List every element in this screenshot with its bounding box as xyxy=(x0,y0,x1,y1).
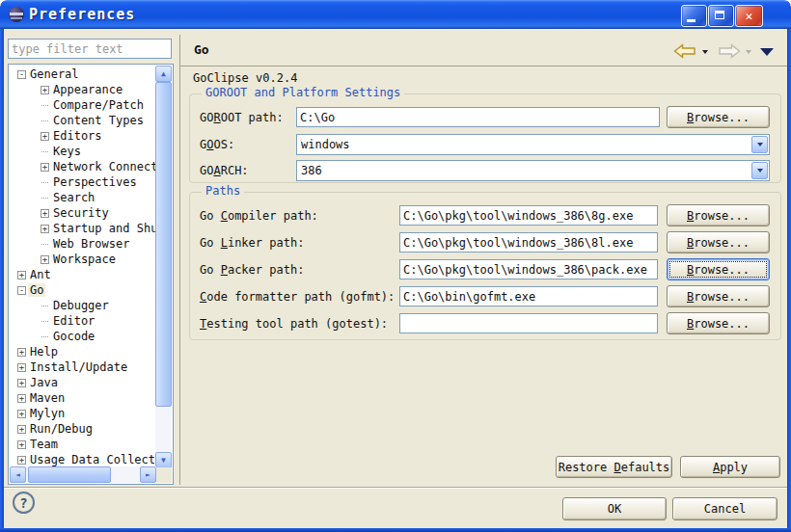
scroll-right-button[interactable]: ► xyxy=(140,466,156,483)
window-border-bottom xyxy=(0,528,791,532)
scroll-up-button[interactable]: ▲ xyxy=(155,66,172,82)
tree-item[interactable]: Gocode xyxy=(10,329,156,344)
goroot-path-input[interactable] xyxy=(296,107,660,127)
tree-item[interactable]: +Workspace xyxy=(10,252,156,267)
tree-item[interactable]: -Go xyxy=(10,282,156,298)
tree-item[interactable]: Content Types xyxy=(10,113,156,128)
path-browse-button[interactable]: Browse... xyxy=(667,285,770,307)
collapse-icon[interactable]: - xyxy=(17,70,26,79)
path-field-input[interactable] xyxy=(399,286,658,306)
tree-item-label: Web Browser xyxy=(51,237,131,251)
tree-item[interactable]: Editor xyxy=(10,313,156,329)
goos-select[interactable]: windows xyxy=(296,134,770,155)
expand-icon[interactable]: + xyxy=(41,163,49,172)
tree-item[interactable]: +Mylyn xyxy=(10,406,156,421)
maximize-button[interactable] xyxy=(708,5,734,27)
back-button[interactable] xyxy=(673,43,696,59)
vertical-scroll-thumb[interactable] xyxy=(155,82,172,407)
forward-button[interactable] xyxy=(718,43,741,59)
path-browse-button[interactable]: Browse... xyxy=(667,258,770,280)
goroot-group: GOROOT and Platform Settings GOROOT path… xyxy=(189,93,781,183)
expand-icon[interactable]: + xyxy=(41,255,49,264)
tree-connector xyxy=(41,198,48,199)
tree-item-label: Editor xyxy=(51,314,96,328)
help-button[interactable]: ? xyxy=(13,492,35,514)
tree-item[interactable]: Search xyxy=(10,190,156,205)
goos-dropdown-button[interactable] xyxy=(751,136,768,153)
expand-icon[interactable]: + xyxy=(17,271,26,279)
tree-item[interactable]: Web Browser xyxy=(10,236,156,252)
forward-dropdown-icon[interactable] xyxy=(746,50,751,54)
goarch-select[interactable]: 386 xyxy=(296,160,770,181)
path-browse-button[interactable]: Browse... xyxy=(667,231,770,253)
path-field-input[interactable] xyxy=(399,313,658,333)
forward-arrow-icon xyxy=(718,43,741,59)
chevron-down-icon xyxy=(757,169,763,173)
tree-item[interactable]: +Java xyxy=(10,375,156,390)
ok-button[interactable]: OK xyxy=(562,497,667,520)
tree-item[interactable]: +Help xyxy=(10,344,156,359)
expand-icon[interactable]: + xyxy=(17,379,26,387)
filter-input[interactable] xyxy=(8,39,172,59)
minimize-button[interactable] xyxy=(681,5,707,27)
tree-item[interactable]: Perspectives xyxy=(10,174,156,190)
goroot-browse-button[interactable]: Browse... xyxy=(667,106,770,128)
expand-icon[interactable]: + xyxy=(17,410,26,418)
path-browse-button[interactable]: Browse... xyxy=(667,312,770,334)
window-title: Preferences xyxy=(29,6,135,23)
apply-button[interactable]: Apply xyxy=(680,456,780,478)
restore-defaults-button[interactable]: Restore Defaults xyxy=(556,456,672,478)
goarch-label: GOARCH: xyxy=(200,160,249,181)
path-field-input[interactable] xyxy=(399,259,658,279)
tree-item[interactable]: +Network Connect xyxy=(10,159,156,174)
expand-icon[interactable]: + xyxy=(41,225,49,233)
preferences-tree: -General+AppearanceCompare/PatchContent … xyxy=(8,64,174,485)
tree-item[interactable]: Debugger xyxy=(10,298,156,313)
expand-icon[interactable]: + xyxy=(17,348,26,357)
view-menu-icon[interactable] xyxy=(760,48,774,56)
tree-item[interactable]: +Maven xyxy=(10,390,156,406)
expand-icon[interactable]: + xyxy=(41,86,49,94)
expand-icon[interactable]: + xyxy=(17,456,26,465)
expand-icon[interactable]: + xyxy=(41,132,49,141)
tree-vertical-scrollbar[interactable]: ▲ ▼ xyxy=(155,66,172,468)
tree-connector xyxy=(41,120,48,121)
browse-button-label: Browse... xyxy=(687,236,750,250)
scroll-down-button[interactable]: ▼ xyxy=(155,452,172,468)
tree-item[interactable]: +Ant xyxy=(10,267,156,282)
expand-icon[interactable]: + xyxy=(17,425,26,434)
expand-icon[interactable]: + xyxy=(17,363,26,372)
path-browse-button[interactable]: Browse... xyxy=(667,204,770,226)
path-field-label: Code formatter path (gofmt): xyxy=(200,286,395,307)
tree-item-label: Ant xyxy=(28,268,53,281)
cancel-button[interactable]: Cancel xyxy=(672,497,777,520)
scroll-down-icon: ▼ xyxy=(161,457,166,465)
horizontal-scroll-thumb[interactable] xyxy=(28,466,111,483)
title-bar[interactable]: Preferences ✕ xyxy=(0,0,791,29)
scroll-left-button[interactable]: ◄ xyxy=(10,466,26,483)
tree-item[interactable]: Compare/Patch xyxy=(10,97,156,113)
expand-icon[interactable]: + xyxy=(41,209,49,218)
tree-item[interactable]: +Team xyxy=(10,437,156,452)
path-field-label: Go Compiler path: xyxy=(200,205,318,226)
expand-icon[interactable]: + xyxy=(17,440,26,449)
tree-item[interactable]: -General xyxy=(10,66,156,82)
back-dropdown-icon[interactable] xyxy=(702,50,708,54)
tree-item[interactable]: +Usage Data Collect xyxy=(10,452,156,467)
ok-label: OK xyxy=(608,502,621,516)
tree-item[interactable]: Keys xyxy=(10,144,156,159)
expand-icon[interactable]: + xyxy=(17,394,26,403)
tree-item[interactable]: +Security xyxy=(10,205,156,221)
tree-item[interactable]: +Startup and Shu xyxy=(10,221,156,236)
tree-connector xyxy=(41,336,48,337)
close-button[interactable]: ✕ xyxy=(735,5,763,27)
tree-item[interactable]: +Run/Debug xyxy=(10,421,156,437)
tree-horizontal-scrollbar[interactable]: ◄ ► xyxy=(10,466,156,483)
goarch-dropdown-button[interactable] xyxy=(751,162,768,179)
path-field-input[interactable] xyxy=(399,205,658,226)
path-field-input[interactable] xyxy=(399,232,658,253)
tree-item[interactable]: +Install/Update xyxy=(10,359,156,375)
collapse-icon[interactable]: - xyxy=(17,286,26,295)
tree-item[interactable]: +Appearance xyxy=(10,82,156,97)
tree-item[interactable]: +Editors xyxy=(10,128,156,144)
